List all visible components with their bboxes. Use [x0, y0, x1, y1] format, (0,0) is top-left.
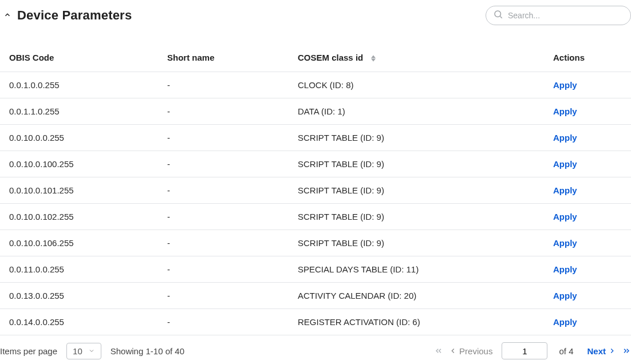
table-row: 0.0.1.0.0.255-CLOCK (ID: 8)Apply [0, 72, 631, 98]
cell-cosem: SCRIPT TABLE (ID: 9) [289, 125, 544, 151]
previous-label: Previous [459, 346, 492, 356]
cell-cosem: CLOCK (ID: 8) [289, 72, 544, 98]
page-size-value: 10 [73, 346, 82, 356]
cell-short-name: - [158, 151, 289, 177]
col-header-short-name[interactable]: Short name [158, 43, 289, 72]
cell-obis: 0.0.1.1.0.255 [0, 98, 158, 125]
page-size-select[interactable]: 10 [66, 343, 101, 359]
previous-button[interactable]: Previous [449, 346, 492, 356]
table-row: 0.0.10.0.106.255-SCRIPT TABLE (ID: 9)App… [0, 230, 631, 256]
cell-short-name: - [158, 98, 289, 125]
cell-cosem: SCRIPT TABLE (ID: 9) [289, 151, 544, 177]
cell-cosem: SCRIPT TABLE (ID: 9) [289, 230, 544, 256]
cell-short-name: - [158, 177, 289, 204]
page-number-input[interactable] [502, 342, 547, 359]
apply-button[interactable]: Apply [553, 317, 577, 327]
svg-line-1 [500, 16, 502, 18]
cell-short-name: - [158, 204, 289, 230]
cell-cosem: SCRIPT TABLE (ID: 9) [289, 204, 544, 230]
apply-button[interactable]: Apply [553, 238, 577, 248]
cell-cosem: SCRIPT TABLE (ID: 9) [289, 177, 544, 204]
apply-button[interactable]: Apply [553, 80, 577, 90]
search-icon [493, 9, 503, 22]
chevron-right-icon [608, 347, 616, 355]
col-header-obis[interactable]: OBIS Code [0, 43, 158, 72]
table-row: 0.0.14.0.0.255-REGISTER ACTIVATION (ID: … [0, 309, 631, 335]
cell-obis: 0.0.10.0.0.255 [0, 125, 158, 151]
col-header-cosem-label: COSEM class id [298, 53, 363, 62]
chevron-up-icon [3, 11, 11, 21]
cell-cosem: DATA (ID: 1) [289, 98, 544, 125]
table-row: 0.0.10.0.101.255-SCRIPT TABLE (ID: 9)App… [0, 177, 631, 204]
svg-marker-2 [371, 56, 376, 58]
sort-icon [371, 55, 376, 62]
pagination-bar: Items per page 10 Showing 1-10 of 40 Pre… [0, 335, 631, 364]
svg-marker-3 [371, 59, 376, 62]
cell-obis: 0.0.11.0.0.255 [0, 256, 158, 283]
col-header-cosem[interactable]: COSEM class id [289, 43, 544, 72]
page-title: Device Parameters [17, 8, 132, 23]
cell-obis: 0.0.14.0.0.255 [0, 309, 158, 335]
items-per-page-label: Items per page [0, 346, 57, 356]
parameters-table: OBIS Code Short name COSEM class id Acti… [0, 43, 631, 335]
table-row: 0.0.10.0.100.255-SCRIPT TABLE (ID: 9)App… [0, 151, 631, 177]
showing-range: Showing 1-10 of 40 [111, 346, 184, 356]
first-page-button[interactable] [434, 346, 443, 355]
apply-button[interactable]: Apply [553, 212, 577, 221]
apply-button[interactable]: Apply [553, 185, 577, 195]
cell-obis: 0.0.1.0.0.255 [0, 72, 158, 98]
cell-short-name: - [158, 283, 289, 309]
cell-obis: 0.0.10.0.106.255 [0, 230, 158, 256]
svg-point-0 [495, 11, 501, 17]
cell-cosem: SPECIAL DAYS TABLE (ID: 11) [289, 256, 544, 283]
search-box[interactable] [486, 6, 631, 25]
cell-short-name: - [158, 256, 289, 283]
collapse-toggle[interactable] [2, 10, 13, 21]
apply-button[interactable]: Apply [553, 106, 577, 116]
cell-cosem: REGISTER ACTIVATION (ID: 6) [289, 309, 544, 335]
apply-button[interactable]: Apply [553, 159, 577, 169]
last-page-button[interactable] [622, 346, 631, 355]
table-row: 0.0.10.0.0.255-SCRIPT TABLE (ID: 9)Apply [0, 125, 631, 151]
col-header-actions: Actions [544, 43, 631, 72]
cell-obis: 0.0.10.0.100.255 [0, 151, 158, 177]
table-row: 0.0.10.0.102.255-SCRIPT TABLE (ID: 9)App… [0, 204, 631, 230]
cell-short-name: - [158, 230, 289, 256]
table-row: 0.0.13.0.0.255-ACTIVITY CALENDAR (ID: 20… [0, 283, 631, 309]
cell-obis: 0.0.10.0.101.255 [0, 177, 158, 204]
table-row: 0.0.11.0.0.255-SPECIAL DAYS TABLE (ID: 1… [0, 256, 631, 283]
table-row: 0.0.1.1.0.255-DATA (ID: 1)Apply [0, 98, 631, 125]
total-pages-label: of 4 [559, 346, 573, 356]
cell-short-name: - [158, 72, 289, 98]
cell-cosem: ACTIVITY CALENDAR (ID: 20) [289, 283, 544, 309]
next-button[interactable]: Next [587, 346, 616, 356]
apply-button[interactable]: Apply [553, 133, 577, 143]
next-label: Next [587, 346, 606, 356]
cell-short-name: - [158, 125, 289, 151]
cell-short-name: - [158, 309, 289, 335]
cell-obis: 0.0.13.0.0.255 [0, 283, 158, 309]
search-input[interactable] [508, 11, 624, 20]
chevron-left-icon [449, 347, 457, 355]
apply-button[interactable]: Apply [553, 264, 577, 274]
cell-obis: 0.0.10.0.102.255 [0, 204, 158, 230]
chevron-down-icon [88, 346, 95, 356]
apply-button[interactable]: Apply [553, 291, 577, 300]
